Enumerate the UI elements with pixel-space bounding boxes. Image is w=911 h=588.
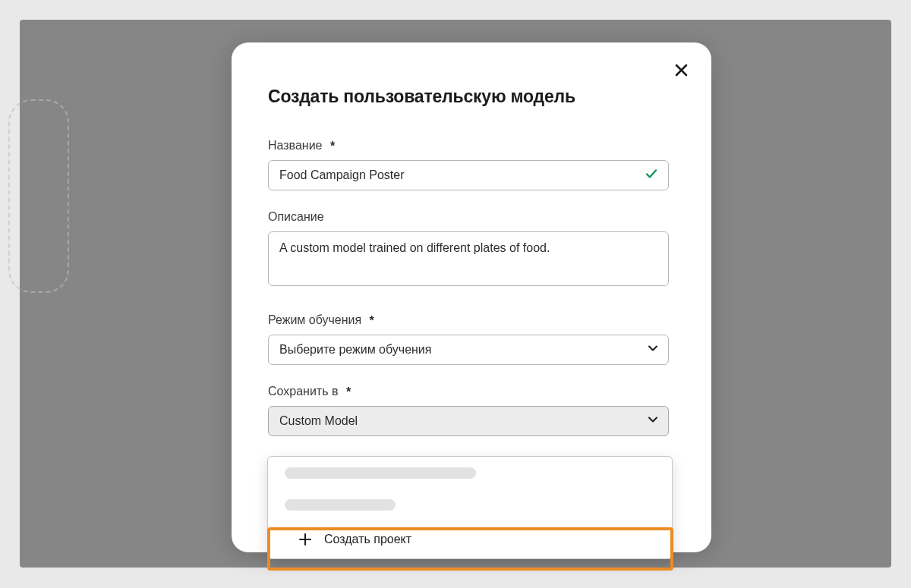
name-input[interactable] [268,160,669,190]
description-label: Описание [268,210,675,224]
create-project-label: Создать проект [324,533,411,546]
save-to-value: Custom Model [279,414,358,428]
training-mode-placeholder: Выберите режим обучения [279,343,431,357]
dropdown-loading-row [268,457,672,489]
loading-placeholder-bar [285,467,476,479]
required-mark: * [330,140,335,153]
field-description: Описание A custom model trained on diffe… [268,210,675,289]
backdrop: Создать пользовательскую модель Название… [20,20,891,568]
description-textarea[interactable]: A custom model trained on different plat… [268,231,669,286]
training-mode-select[interactable]: Выберите режим обучения [268,335,669,365]
name-label-text: Название [268,139,323,152]
training-mode-label: Режим обучения * [268,313,675,327]
name-label: Название * [268,139,675,153]
field-name: Название * [268,139,675,190]
plus-icon [298,533,312,546]
create-project-option[interactable]: Создать проект [268,520,672,558]
dialog-title: Создать пользовательскую модель [268,86,675,107]
save-to-label: Сохранить в * [268,385,675,398]
chevron-down-icon [647,342,659,357]
close-button[interactable] [670,59,692,80]
save-to-dropdown-panel: Создать проект [267,456,673,559]
checkmark-icon [645,167,658,184]
field-training-mode: Режим обучения * Выберите режим обучения [268,313,675,365]
loading-placeholder-bar [285,499,396,511]
save-to-select[interactable]: Custom Model [268,406,669,436]
training-mode-label-text: Режим обучения [268,313,361,326]
chevron-down-icon [647,413,659,429]
required-mark: * [346,385,351,398]
close-icon [675,64,688,77]
dropdown-loading-row [268,489,672,520]
required-mark: * [370,314,374,327]
background-shape-hint [8,99,69,293]
save-to-label-text: Сохранить в [268,385,338,398]
field-save-to: Сохранить в * Custom Model [268,385,675,436]
